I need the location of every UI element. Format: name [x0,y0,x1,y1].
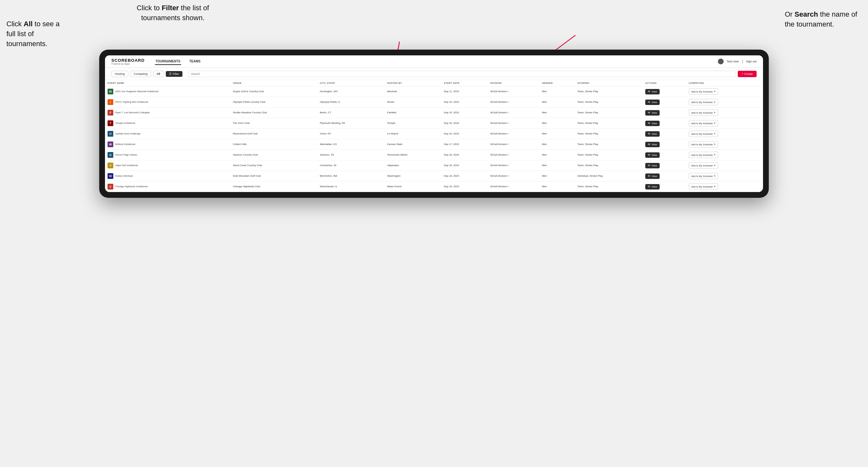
table-row: I OFCC Fighting Illini Invitational Olym… [105,97,763,107]
sign-out-link[interactable]: Sign out [746,60,756,63]
scoring-cell: Team, Stroke Play [575,118,643,129]
col-start-date: START DATE [441,80,488,86]
user-name: Test User [727,60,739,63]
event-name-cell: F Ryan T. Lee Memorial Collegiate [105,107,230,118]
table-row: C Chicago Highlands Invitational Chicago… [105,182,763,192]
col-venue: VENUE [230,80,317,86]
plus-icon: + [714,175,716,178]
eye-icon: 👁 [648,90,650,93]
view-button[interactable]: 👁 View [645,174,660,179]
plus-icon: + [714,185,716,188]
add-to-schedule-button[interactable]: Add to My Schedule + [689,183,718,190]
city-state-cell: Olympia Fields, IL [317,97,384,107]
view-button[interactable]: 👁 View [645,163,660,168]
view-button[interactable]: 👁 View [645,121,660,126]
add-to-schedule-button[interactable]: Add to My Schedule + [689,99,718,105]
team-logo: M [107,89,113,94]
add-to-schedule-button[interactable]: Add to My Schedule + [689,120,718,126]
table-row: W Husky Individual Gold Mountain Golf Cl… [105,171,763,182]
competing-cell: Add to My Schedule + [686,86,763,97]
start-date-cell: Sep 18, 2023 [441,150,488,160]
add-to-schedule-button[interactable]: Add to My Schedule + [689,110,718,116]
eye-icon: 👁 [648,122,650,125]
scoring-cell: Team, Stroke Play [575,129,643,139]
venue-cell: Guyan Golf & Country Club [230,86,317,97]
event-name-cell: C Chicago Highlands Invitational [105,182,230,192]
event-name-cell: W Husky Individual [105,171,230,182]
col-hosted-by: HOSTED BY [385,80,441,86]
tab-hosting[interactable]: Hosting [112,71,128,77]
event-name-cell: T Temple Invitational [105,118,230,129]
nav-tournaments[interactable]: TOURNAMENTS [155,58,181,65]
plus-icon: + [714,164,716,167]
action-cell: 👁 View [643,160,686,171]
city-state-cell: Manhattan, KS [317,139,384,150]
team-logo: G [107,152,113,158]
city-state-cell: Huntington, WV [317,86,384,97]
scoring-cell: Team, Stroke Play [575,160,643,171]
event-name-cell: M 2023 Joe Feaganes Marshall Invitationa… [105,86,230,97]
city-state-cell: Berlin, CT [317,107,384,118]
event-name: Temple Invitational [115,122,135,125]
add-to-schedule-button[interactable]: Add to My Schedule + [689,88,718,95]
start-date-cell: Sep 17, 2023 [441,139,488,150]
team-logo: V [107,163,113,168]
nav-teams[interactable]: TEAMS [189,58,201,65]
view-button[interactable]: 👁 View [645,131,660,137]
add-to-schedule-button[interactable]: Add to My Schedule + [689,141,718,148]
add-to-schedule-button[interactable]: Add to My Schedule + [689,152,718,158]
search-input-wrap [188,70,736,77]
event-name: Valpo Fall Invitational [115,164,138,167]
eye-icon: 👁 [648,101,650,104]
eye-icon: 👁 [648,175,650,178]
division-cell: NCAA Division I [488,86,539,97]
search-input[interactable] [188,71,736,77]
competing-cell: Add to My Schedule + [686,160,763,171]
gender-cell: Men [539,171,575,182]
division-cell: NCAA Division I [488,129,539,139]
start-date-cell: Sep 18, 2023 [441,160,488,171]
gender-cell: Men [539,182,575,192]
create-button[interactable]: + Create [738,71,756,77]
view-button[interactable]: 👁 View [645,99,660,105]
col-actions: ACTIONS [643,80,686,86]
hosted-by-cell: Illinois [385,97,441,107]
tournaments-table: EVENT NAME VENUE CITY, STATE HOSTED BY S… [105,80,763,192]
add-to-schedule-button[interactable]: Add to My Schedule + [689,173,718,179]
competing-cell: Add to My Schedule + [686,129,763,139]
action-cell: 👁 View [643,86,686,97]
venue-cell: Sand Creek Country Club [230,160,317,171]
table-row: W Wildcat Invitational Colbert HillsManh… [105,139,763,150]
view-button[interactable]: 👁 View [645,184,660,189]
team-logo: I [107,99,113,105]
view-button[interactable]: 👁 View [645,89,660,94]
city-state-cell: Westchester, IL [317,182,384,192]
venue-cell: Gold Mountain Golf Club [230,171,317,182]
plus-icon: + [714,122,716,125]
scoring-cell: Team, Stroke Play [575,107,643,118]
col-gender: GENDER [539,80,575,86]
start-date-cell: Sep 16, 2023 [441,107,488,118]
venue-cell: Olympia Fields Country Club [230,97,317,107]
scoring-cell: Team, Stroke Play [575,86,643,97]
view-button[interactable]: 👁 View [645,142,660,147]
tab-all[interactable]: All [153,71,164,77]
division-cell: NCAA Division I [488,118,539,129]
add-to-schedule-button[interactable]: Add to My Schedule + [689,162,718,169]
view-button[interactable]: 👁 View [645,110,660,116]
gender-cell: Men [539,129,575,139]
city-state-cell: Bremerton, WA [317,171,384,182]
event-name: Ryan T. Lee Memorial Collegiate [115,111,150,114]
view-button[interactable]: 👁 View [645,152,660,158]
team-logo: F [107,110,113,116]
filter-button[interactable]: ☰ Filter [166,71,182,77]
division-cell: NCAA Division I [488,160,539,171]
col-city-state: CITY, STATE [317,80,384,86]
hosted-by-cell: Tennessee-Martin [385,150,441,160]
team-logo: W [107,142,113,147]
eye-icon: 👁 [648,164,650,167]
action-cell: 👁 View [643,150,686,160]
gender-cell: Men [539,107,575,118]
tab-competing[interactable]: Competing [130,71,151,77]
add-to-schedule-button[interactable]: Add to My Schedule + [689,131,718,137]
